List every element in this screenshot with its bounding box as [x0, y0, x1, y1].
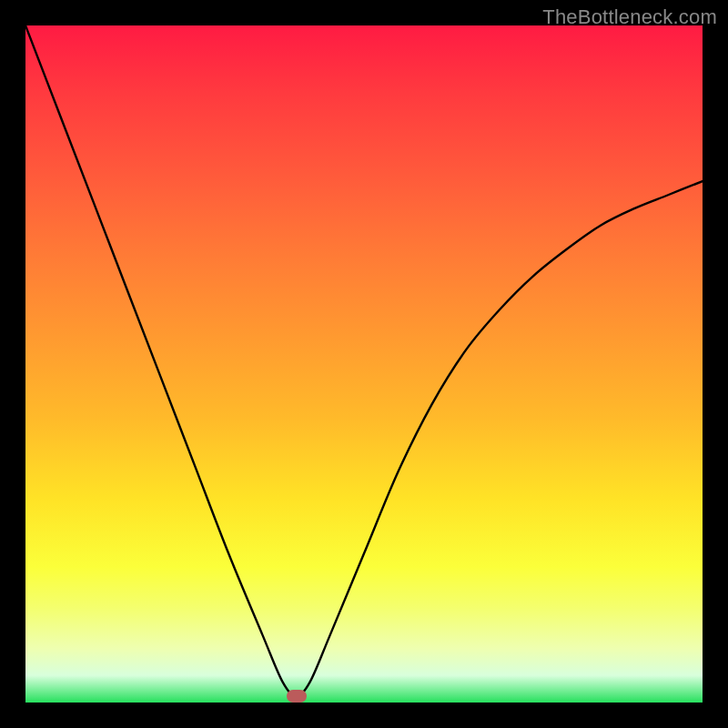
curve-path: [25, 25, 703, 696]
plot-area: [25, 25, 703, 703]
optimum-marker: [287, 690, 307, 703]
bottleneck-curve: [25, 25, 703, 703]
chart-frame: TheBottleneck.com: [0, 0, 728, 728]
watermark-label: TheBottleneck.com: [542, 5, 717, 29]
